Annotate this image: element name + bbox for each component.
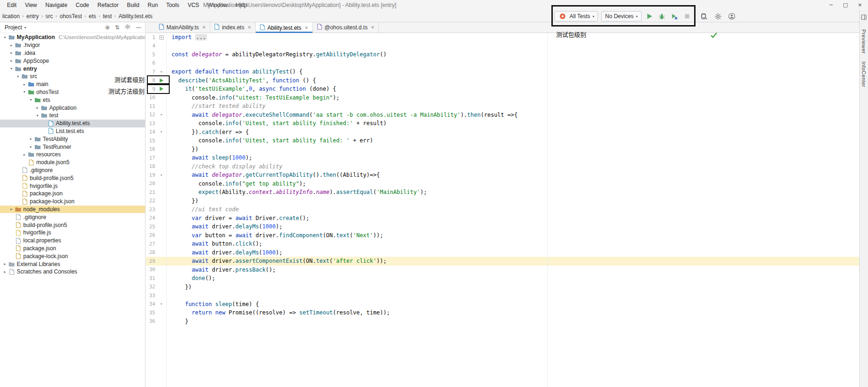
code-line[interactable]: 1+import ... (146, 33, 859, 42)
fold-expand-icon[interactable]: + (159, 35, 164, 40)
code-line[interactable]: 22 }) (146, 197, 859, 206)
tree-item[interactable]: ▸TestAbility (0, 135, 145, 143)
debug-button[interactable] (657, 12, 667, 21)
tree-item[interactable]: local.properties (0, 237, 145, 245)
tree-item[interactable]: build-profile.json5 (0, 174, 145, 182)
tree-item[interactable]: ▸TestRunner (0, 143, 145, 151)
tree-item[interactable]: ▸Scratches and Consoles (0, 268, 145, 276)
code-line[interactable]: 27 await button.click(); (146, 240, 859, 248)
hide-panel-icon[interactable]: — (136, 24, 141, 31)
editor-tab[interactable]: @ohos.uitest.d.ts× (313, 22, 379, 33)
editor-tab[interactable]: MainAbility.ts× (155, 22, 210, 33)
tree-chevron-icon[interactable]: ▸ (28, 137, 34, 141)
tree-item[interactable]: ▸Application (0, 104, 145, 112)
menu-run[interactable]: Run (144, 0, 162, 10)
tree-item[interactable]: ▸.idea (0, 49, 145, 57)
breadcrumb-item[interactable]: ets (87, 13, 98, 20)
tree-chevron-icon[interactable]: ▾ (2, 35, 8, 40)
breadcrumb-item[interactable]: test (101, 13, 113, 20)
tree-item[interactable]: ▸AppScope (0, 57, 145, 65)
code-line[interactable]: 25 await driver.delayMs(1000); (146, 222, 859, 231)
expand-collapse-icon[interactable]: ⇅ (115, 24, 119, 31)
run-config-selector[interactable]: All Tests ▾ (554, 11, 598, 21)
tab-close-icon[interactable]: × (247, 25, 251, 30)
menu-view[interactable]: View (21, 0, 41, 10)
tree-item[interactable]: package-lock.json (0, 252, 145, 260)
gutter-run-test-icon[interactable] (157, 87, 166, 91)
tree-item[interactable]: module.json5 (0, 159, 145, 167)
device-selector[interactable]: No Devices ▾ (601, 11, 641, 21)
tool-window-infocenter[interactable]: InfoCenter (861, 61, 867, 87)
tree-item[interactable]: build-profile.json5 (0, 221, 145, 229)
tree-chevron-icon[interactable]: ▾ (15, 74, 21, 79)
code-line[interactable]: 18 //check top display ability (146, 162, 859, 171)
code-line[interactable]: 10 console.info("uitest: TestUiExample b… (146, 93, 859, 102)
breadcrumb-item[interactable]: entry (25, 13, 40, 20)
tree-item[interactable]: hvigorfile.js (0, 229, 145, 237)
code-line[interactable]: 4 (146, 42, 859, 51)
breadcrumb-item[interactable]: Ability.test.ets (117, 13, 154, 20)
tree-chevron-icon[interactable]: ▸ (8, 43, 14, 47)
tree-item[interactable]: ▾entry (0, 65, 145, 73)
code-line[interactable]: 19▾ await delegator.getCurrentTopAbility… (146, 171, 859, 180)
code-editor[interactable]: 1+import ...45const delegator = abilityD… (146, 33, 859, 387)
tab-close-icon[interactable]: × (305, 26, 308, 30)
fold-marker-icon[interactable]: + (157, 35, 166, 40)
code-line[interactable]: 8 describe('ActsAbilityTest', function (… (146, 76, 859, 85)
user-avatar-icon[interactable] (727, 12, 736, 21)
menu-build[interactable]: Build (123, 0, 144, 10)
code-line[interactable]: 36 } (146, 317, 859, 326)
tree-item[interactable]: ▸node_modules (0, 206, 145, 214)
tree-chevron-icon[interactable]: ▸ (2, 270, 8, 274)
code-line[interactable]: 13 console.info('Uitest, start ability f… (146, 119, 859, 128)
fold-marker-icon[interactable]: ▾ (157, 173, 166, 177)
code-line[interactable]: 23 //ui test code (146, 205, 859, 214)
tree-chevron-icon[interactable]: ▸ (21, 153, 27, 157)
tree-chevron-icon[interactable]: ▸ (8, 59, 14, 63)
fold-marker-icon[interactable]: ▾ (157, 70, 166, 74)
code-line[interactable]: 34▾ function sleep(time) { (146, 300, 859, 309)
tool-window-layout-icon[interactable] (861, 13, 867, 22)
tree-chevron-icon[interactable]: ▸ (21, 82, 27, 87)
code-line[interactable]: 32 }) (146, 283, 859, 292)
code-line[interactable]: 28 await driver.delayMs(1000); (146, 248, 859, 257)
minimize-icon[interactable]: ─ (824, 0, 838, 10)
code-line[interactable]: 20 console.info("get top ability"); (146, 180, 859, 188)
tree-chevron-icon[interactable]: ▾ (34, 113, 40, 118)
project-panel-title[interactable]: Project (5, 24, 22, 31)
breadcrumb-item[interactable]: lication (1, 13, 21, 20)
close-icon[interactable]: × (853, 0, 867, 10)
code-line[interactable]: 12▾ await delegator.executeShellCommand(… (146, 111, 859, 120)
tree-item[interactable]: package-lock.json (0, 198, 145, 206)
fold-marker-icon[interactable]: ▾ (157, 302, 166, 306)
panel-settings-gear-icon[interactable] (125, 24, 131, 31)
code-line[interactable]: 21 expect(Ability.context.abilityInfo.na… (146, 188, 859, 197)
tool-window-previewer[interactable]: Previewer (861, 29, 867, 54)
tab-close-icon[interactable]: × (202, 25, 206, 30)
code-line[interactable]: 35 return new Promise((resolve) => setTi… (146, 308, 859, 317)
tree-chevron-icon[interactable]: ▸ (8, 207, 14, 211)
editor-tab[interactable]: index.ets× (210, 22, 256, 33)
menu-tools[interactable]: Tools (162, 0, 184, 10)
run-coverage-button[interactable] (670, 12, 679, 21)
tree-item[interactable]: .gitignore (0, 167, 145, 174)
gutter-run-test-icon[interactable] (157, 78, 166, 83)
tree-item[interactable]: ▸External Libraries (0, 260, 145, 268)
code-line[interactable]: 24 var driver = await Driver.create(); (146, 214, 859, 223)
code-line[interactable]: 14▾ }).catch(err => { (146, 128, 859, 137)
code-line[interactable]: 26 var button = await driver.findCompone… (146, 231, 859, 240)
menu-edit[interactable]: Edit (3, 0, 21, 10)
code-line[interactable]: 17 await sleep(1000); (146, 153, 859, 162)
code-line[interactable]: 31 done(); (146, 274, 859, 283)
tree-item[interactable]: List.test.ets (0, 127, 145, 135)
code-line[interactable]: 33 (146, 291, 859, 300)
code-line[interactable]: 11 //start tested ability (146, 102, 859, 111)
code-line[interactable]: 15 console.info('Uitest, start ability f… (146, 136, 859, 145)
maximize-icon[interactable]: □ (838, 0, 853, 10)
settings-gear-icon[interactable] (713, 12, 722, 21)
breadcrumb-item[interactable]: src (44, 13, 54, 20)
menu-vcs[interactable]: VCS (184, 0, 204, 10)
code-line[interactable]: 7▾export default function abilityTest() … (146, 67, 859, 76)
tree-item[interactable]: ▾ets (0, 96, 145, 104)
tree-chevron-icon[interactable]: ▸ (28, 145, 34, 149)
